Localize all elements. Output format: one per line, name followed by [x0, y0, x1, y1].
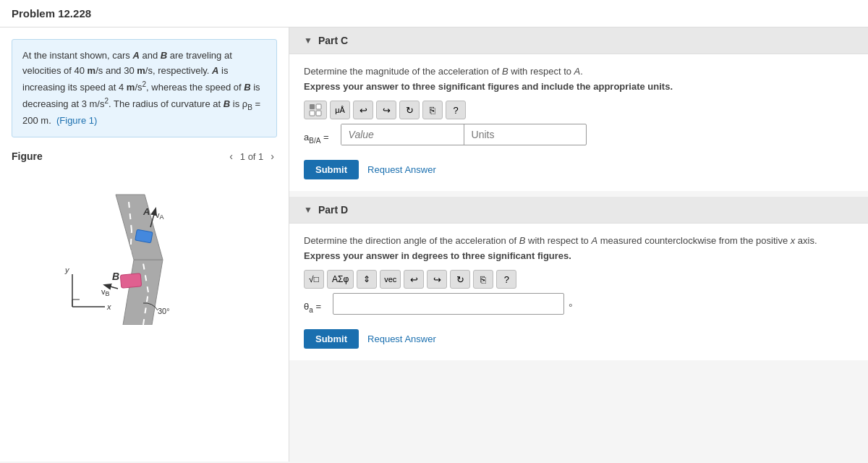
part-c-request-answer-link[interactable]: Request Answer: [367, 164, 436, 175]
part-c-section: ▼ Part C Determine the magnitude of the …: [289, 27, 868, 191]
toolbar-mu-label: μÅ: [335, 106, 345, 114]
part-c-body: Determine the magnitude of the accelerat…: [289, 54, 868, 191]
toolbar-keyboard-btn[interactable]: ⎘: [422, 101, 443, 119]
keyboard-icon: ⎘: [430, 105, 435, 116]
part-d-arrow: ▼: [304, 205, 312, 215]
part-c-label: Part C: [318, 35, 348, 46]
part-c-input-row: [341, 124, 587, 145]
svg-text:A: A: [142, 206, 150, 217]
vec-icon: vec: [384, 275, 396, 284]
figure-header: Figure ‹ 1 of 1 ›: [12, 149, 277, 163]
sqrt-icon: √□: [309, 274, 319, 284]
svg-text:vB: vB: [101, 287, 110, 297]
sigma-icon: ΑΣφ: [332, 274, 349, 284]
svg-rect-19: [310, 104, 315, 109]
figure-section: Figure ‹ 1 of 1 ›: [12, 149, 277, 450]
figure-image-area: B A vA vB 30°: [12, 169, 277, 328]
figure-svg: B A vA vB 30°: [51, 173, 239, 325]
degree-symbol: °: [569, 302, 573, 313]
arrows-icon: ⇕: [363, 274, 370, 284]
figure-label: Figure: [12, 150, 43, 162]
part-d-submit-row: Submit Request Answer: [304, 329, 854, 349]
help-icon: ?: [453, 105, 458, 116]
figure-1-link[interactable]: (Figure 1): [56, 115, 97, 126]
part-d-label: Part D: [318, 204, 348, 216]
part-d-toolbar: √□ ΑΣφ ⇕ vec ↩ ↪: [304, 270, 854, 289]
toolbar-help-btn[interactable]: ?: [446, 101, 466, 119]
part-d-instruction2: Express your answer in degrees to three …: [304, 250, 854, 261]
toolbar-d-reset-btn[interactable]: ↻: [450, 270, 470, 289]
toolbar-redo-btn[interactable]: ↪: [376, 101, 396, 119]
part-d-input-wrap: θa = °: [304, 293, 854, 322]
part-c-submit-button[interactable]: Submit: [304, 160, 359, 179]
page-title: Problem 12.228: [0, 0, 868, 27]
svg-rect-7: [135, 230, 152, 244]
part-c-answer-label: aB/A =: [304, 132, 329, 145]
toolbar-matrix-btn[interactable]: [304, 101, 327, 119]
part-d-body: Determine the direction angle of the acc…: [289, 224, 868, 360]
part-c-units-input[interactable]: [464, 124, 551, 145]
part-d-submit-button[interactable]: Submit: [304, 329, 359, 349]
undo-icon: ↩: [359, 105, 367, 116]
svg-text:B: B: [112, 271, 119, 282]
toolbar-d-help-btn[interactable]: ?: [496, 270, 516, 289]
toolbar-d-sigma-btn[interactable]: ΑΣφ: [327, 270, 354, 289]
svg-rect-21: [310, 111, 315, 116]
toolbar-d-keyboard-btn[interactable]: ⎘: [473, 270, 493, 289]
toolbar-d-sqrt-btn[interactable]: √□: [304, 270, 324, 289]
part-d-request-answer-link[interactable]: Request Answer: [367, 334, 436, 344]
part-d-degree-row: °: [333, 293, 573, 322]
toolbar-d-redo-btn[interactable]: ↪: [427, 270, 447, 289]
d-keyboard-icon: ⎘: [480, 274, 486, 285]
d-redo-icon: ↪: [433, 274, 441, 285]
problem-description: At the instant shown, cars A and B are t…: [12, 39, 277, 137]
svg-marker-0: [123, 260, 163, 325]
part-c-instruction2: Express your answer to three significant…: [304, 81, 854, 92]
left-panel: At the instant shown, cars A and B are t…: [0, 27, 289, 462]
figure-nav: ‹ 1 of 1 ›: [226, 149, 277, 163]
figure-prev-button[interactable]: ‹: [226, 149, 236, 163]
part-c-value-input[interactable]: [341, 124, 464, 145]
part-c-arrow: ▼: [304, 35, 312, 46]
d-undo-icon: ↩: [410, 274, 418, 285]
reset-icon: ↻: [406, 105, 414, 116]
part-d-header[interactable]: ▼ Part D: [289, 197, 868, 224]
svg-text:30°: 30°: [158, 307, 170, 315]
part-d-value-input[interactable]: [333, 293, 564, 315]
part-d-answer-label: θa =: [304, 301, 321, 314]
svg-text:y: y: [64, 266, 70, 274]
part-c-header[interactable]: ▼ Part C: [289, 27, 868, 54]
toolbar-undo-btn[interactable]: ↩: [353, 101, 373, 119]
right-panel[interactable]: ▼ Part C Determine the magnitude of the …: [289, 27, 868, 462]
d-help-icon: ?: [504, 274, 509, 285]
part-c-toolbar: μÅ ↩ ↪ ↻ ⎘ ?: [304, 101, 854, 119]
toolbar-mu-btn[interactable]: μÅ: [330, 101, 350, 119]
part-c-instruction1: Determine the magnitude of the accelerat…: [304, 66, 854, 77]
svg-marker-1: [116, 195, 163, 260]
part-d-section: ▼ Part D Determine the direction angle o…: [289, 197, 868, 360]
part-c-submit-row: Submit Request Answer: [304, 160, 854, 179]
figure-next-button[interactable]: ›: [268, 149, 277, 163]
part-d-instruction1: Determine the direction angle of the acc…: [304, 235, 854, 246]
toolbar-d-undo-btn[interactable]: ↩: [404, 270, 424, 289]
figure-page: 1 of 1: [240, 151, 264, 162]
toolbar-d-vec-btn[interactable]: vec: [380, 270, 401, 289]
svg-text:x: x: [106, 302, 111, 311]
svg-text:vA: vA: [156, 211, 164, 221]
toolbar-d-arrows-btn[interactable]: ⇕: [357, 270, 377, 289]
redo-icon: ↪: [383, 105, 391, 116]
svg-rect-6: [120, 273, 141, 288]
svg-rect-20: [316, 104, 321, 109]
svg-rect-22: [316, 111, 321, 116]
d-reset-icon: ↻: [456, 274, 464, 285]
svg-line-13: [105, 285, 118, 289]
toolbar-reset-btn[interactable]: ↻: [399, 101, 420, 119]
